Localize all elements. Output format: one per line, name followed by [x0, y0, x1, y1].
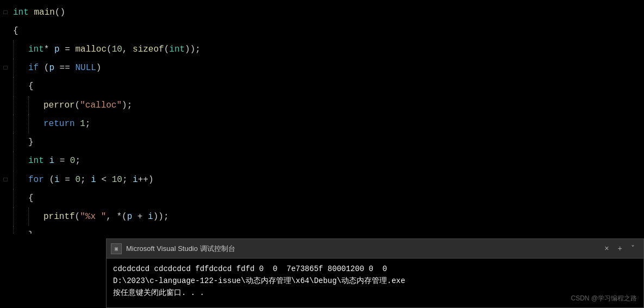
code-line: { [0, 77, 644, 96]
code-line: int i = 0; [0, 152, 644, 170]
token: 10 [112, 45, 122, 54]
line-content: perror("calloc"); [11, 96, 644, 115]
indent-guide [13, 77, 28, 96]
token: ; [85, 119, 91, 129]
token: 1 [80, 119, 85, 129]
terminal-dropdown-btn[interactable]: ˅ [627, 243, 639, 254]
indent-guide [13, 208, 28, 226]
token: i [133, 175, 138, 185]
line-content: int* p = malloc(10, sizeof(int)); [11, 40, 644, 59]
token: i [54, 175, 60, 185]
token: p [49, 63, 54, 73]
terminal-title: Microsoft Visual Studio 调试控制台 [126, 244, 600, 254]
token: () [55, 8, 65, 17]
indent-guide [28, 96, 43, 115]
line-content: int main() [11, 3, 644, 22]
token: "calloc" [80, 100, 122, 110]
token: main [34, 8, 54, 17]
code-line: { [0, 189, 644, 208]
token: , [122, 45, 133, 54]
line-content: { [11, 189, 644, 208]
code-line: int* p = malloc(10, sizeof(int)); [0, 40, 644, 59]
token: ); [122, 100, 132, 110]
token: ( [75, 100, 80, 110]
token: return [43, 119, 75, 129]
token [29, 8, 34, 17]
code-line: return 1; [0, 115, 644, 133]
gutter: □ [0, 3, 11, 22]
code-line: □ if (p == NULL) [0, 59, 644, 77]
code-line: printf("%x ", *(p + i)); [0, 208, 644, 226]
indent-guide [28, 208, 43, 226]
token: "%x " [80, 212, 106, 222]
token: int [169, 45, 185, 54]
terminal-body: cdcdcdcd cdcdcdcd fdfdcdcd fdfd 0 0 7e73… [107, 259, 643, 307]
line-content: } [11, 226, 644, 234]
terminal-close-btn[interactable]: × [600, 243, 613, 254]
terminal-output-line1: cdcdcdcd cdcdcdcd fdfdcdcd fdfd 0 0 7e73… [113, 263, 637, 275]
token: )); [153, 212, 169, 222]
token: ( [164, 45, 170, 54]
token: ) [96, 63, 102, 73]
token: ( [39, 63, 49, 73]
terminal-header: ▣ Microsoft Visual Studio 调试控制台 × + ˅ [107, 239, 643, 259]
terminal-panel: ▣ Microsoft Visual Studio 调试控制台 × + ˅ cd… [106, 238, 644, 308]
indent-guide [13, 133, 28, 152]
gutter: □ [0, 59, 11, 77]
token: if [28, 63, 39, 73]
token: + [132, 212, 148, 222]
token: } [28, 137, 34, 147]
token: ; [80, 175, 91, 185]
line-content: for (i = 0; i < 10; i++) [11, 171, 644, 189]
gutter: □ [0, 171, 11, 189]
token: ++) [138, 175, 154, 185]
token: = [60, 175, 76, 185]
token: i [91, 175, 96, 185]
token: malloc [75, 45, 107, 54]
token [75, 119, 80, 129]
code-line: } [0, 226, 644, 234]
indent-guide [13, 59, 28, 77]
line-content: int i = 0; [11, 152, 644, 170]
token: p [54, 45, 60, 54]
token: ; [75, 156, 80, 166]
token: = [60, 45, 76, 54]
token: { [28, 82, 34, 92]
indent-guide [13, 152, 28, 170]
indent-guide [13, 96, 28, 115]
code-line: □int main() [0, 3, 644, 22]
token: } [28, 231, 34, 234]
terminal-icon: ▣ [111, 243, 122, 254]
code-editor: □int main(){ int* p = malloc(10, sizeof(… [0, 0, 644, 234]
code-line: perror("calloc"); [0, 96, 644, 115]
token: { [13, 26, 18, 36]
indent-guide [13, 189, 28, 208]
token: i [49, 156, 54, 166]
token: int [28, 45, 44, 54]
line-content: } [11, 133, 644, 152]
token: p [127, 212, 133, 222]
line-content: { [11, 22, 644, 40]
token: 0 [70, 156, 76, 166]
token: for [28, 175, 44, 185]
terminal-output-line3: 按任意键关闭此窗口. . . [113, 287, 637, 299]
token: ; [122, 175, 133, 185]
indent-guide [13, 115, 28, 133]
indent-guide [13, 226, 28, 234]
token: { [28, 193, 34, 203]
token [44, 156, 49, 166]
indent-guide [13, 171, 28, 189]
token: ( [107, 45, 112, 54]
indent-guide [28, 115, 43, 133]
line-content: if (p == NULL) [11, 59, 644, 77]
token: sizeof [133, 45, 164, 54]
token: = [54, 156, 70, 166]
terminal-add-btn[interactable]: + [614, 243, 627, 254]
token: int [28, 156, 44, 166]
token: * [44, 45, 54, 54]
token: == [54, 63, 75, 73]
token: , *( [106, 212, 127, 222]
code-line: } [0, 133, 644, 152]
token: ( [75, 212, 80, 222]
line-content: { [11, 77, 644, 96]
